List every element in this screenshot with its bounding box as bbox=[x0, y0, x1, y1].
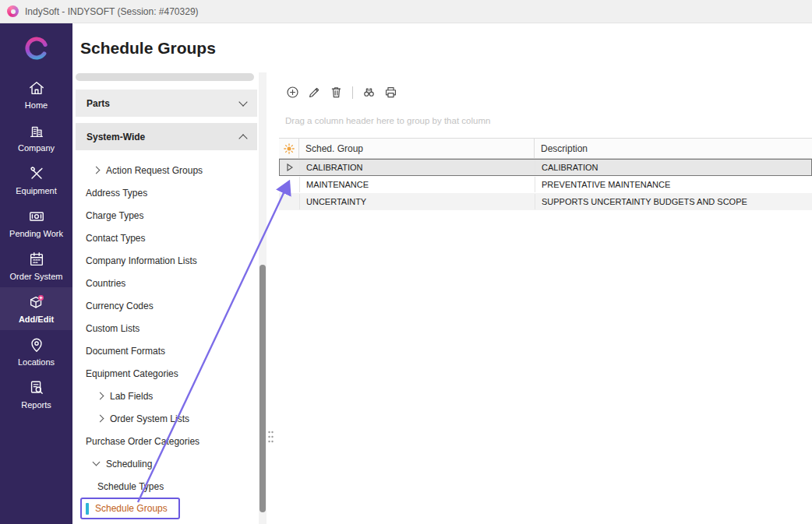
sidebar-item-equipment[interactable]: Equipment bbox=[0, 159, 72, 202]
sidebar-item-label: Add/Edit bbox=[19, 315, 54, 324]
cell-sched-group: MAINTENANCE bbox=[300, 177, 535, 192]
chevron-down-icon bbox=[238, 97, 247, 106]
pending-work-icon bbox=[28, 208, 45, 225]
nav-item-label: Company Information Lists bbox=[86, 255, 197, 266]
sidebar-item-label: Reports bbox=[21, 400, 51, 410]
edit-pencil-icon bbox=[307, 85, 322, 100]
page-title: Schedule Groups bbox=[80, 39, 216, 58]
nav-item-company-information-lists[interactable]: Company Information Lists bbox=[76, 249, 257, 272]
nav-item-label: Document Formats bbox=[86, 346, 165, 357]
add-button[interactable] bbox=[285, 85, 300, 100]
printer-icon bbox=[383, 85, 398, 100]
nav-item-address-types[interactable]: Address Types bbox=[76, 181, 257, 204]
sidebar-item-add-edit[interactable]: Add/Edit bbox=[0, 287, 72, 330]
nav-item-label: Address Types bbox=[86, 188, 147, 199]
nav-item-label: Action Request Groups bbox=[106, 165, 203, 176]
section-label: System-Wide bbox=[86, 132, 145, 142]
company-icon bbox=[28, 122, 45, 139]
table-row-uncertainty[interactable]: UNCERTAINTY SUPPORTS UNCERTAINTY BUDGETS… bbox=[279, 193, 812, 210]
nav-item-document-formats[interactable]: Document Formats bbox=[76, 339, 257, 362]
add-edit-icon bbox=[28, 294, 45, 311]
nav-item-label: Currency Codes bbox=[86, 301, 154, 311]
nav-item-equipment-categories[interactable]: Equipment Categories bbox=[76, 362, 257, 385]
nav-item-charge-types[interactable]: Charge Types bbox=[76, 204, 257, 227]
sidebar-item-company[interactable]: Company bbox=[0, 116, 72, 159]
nav-item-action-request-groups[interactable]: Action Request Groups bbox=[76, 159, 257, 181]
customize-columns-button[interactable] bbox=[279, 139, 299, 158]
cell-sched-group: CALIBRATION bbox=[300, 160, 535, 175]
nav-item-label: Scheduling bbox=[106, 459, 152, 469]
window-title: IndySoft - INDYSOFT (Session: #470329) bbox=[25, 6, 199, 17]
table-header-row: Sched. Group Description bbox=[279, 138, 812, 159]
nav-item-label: Purchase Order Categories bbox=[86, 436, 199, 447]
vertical-scrollbar-thumb[interactable] bbox=[259, 265, 266, 512]
nav-item-purchase-order-categories[interactable]: Purchase Order Categories bbox=[76, 430, 257, 452]
nav-item-contact-types[interactable]: Contact Types bbox=[76, 227, 257, 249]
sidebar-item-reports[interactable]: Reports bbox=[0, 373, 72, 416]
indysoft-logo-icon bbox=[0, 23, 72, 73]
modify-button[interactable] bbox=[307, 85, 322, 100]
nav-item-schedule-types[interactable]: Schedule Types bbox=[76, 475, 257, 498]
sidebar-item-label: Locations bbox=[18, 357, 55, 367]
column-header-sched-group[interactable]: Sched. Group bbox=[299, 139, 535, 158]
row-focus-marker bbox=[280, 177, 300, 192]
order-system-icon bbox=[28, 251, 45, 268]
horizontal-scrollbar[interactable] bbox=[76, 73, 254, 81]
sidebar-item-label: Home bbox=[25, 100, 48, 110]
sidebar-item-label: Pending Work bbox=[9, 229, 63, 238]
grid-toolbar bbox=[285, 85, 812, 100]
find-button[interactable] bbox=[362, 85, 376, 100]
row-focus-marker bbox=[280, 160, 300, 175]
group-by-drop-zone: Drag a column header here to group by th… bbox=[285, 116, 812, 127]
nav-item-currency-codes[interactable]: Currency Codes bbox=[76, 294, 257, 317]
toolbar-separator bbox=[352, 86, 353, 99]
sidebar-item-home[interactable]: Home bbox=[0, 73, 72, 116]
nav-item-label: Custom Lists bbox=[86, 323, 139, 334]
sidebar-item-order-system[interactable]: Order System bbox=[0, 244, 72, 287]
nav-item-scheduling[interactable]: Scheduling bbox=[76, 452, 257, 475]
chevron-right-icon bbox=[97, 392, 104, 400]
section-label: Parts bbox=[86, 98, 110, 109]
locations-icon bbox=[28, 336, 45, 353]
print-button[interactable] bbox=[383, 85, 398, 100]
sidebar: Home Company Equipment Pending Work Ord bbox=[0, 23, 72, 524]
nav-item-custom-lists[interactable]: Custom Lists bbox=[76, 317, 257, 339]
settings-nav-panel: Parts System-Wide Action Request Groups … bbox=[76, 72, 257, 524]
reports-icon bbox=[28, 379, 45, 396]
schedule-groups-content: Drag a column header here to group by th… bbox=[279, 74, 812, 524]
nav-item-label: Charge Types bbox=[86, 210, 144, 221]
nav-item-schedule-groups[interactable]: Schedule Groups bbox=[80, 498, 180, 519]
row-marker-icon bbox=[287, 164, 293, 171]
app-logo-icon bbox=[7, 5, 19, 17]
nav-item-label: Lab Fields bbox=[110, 391, 153, 402]
row-focus-marker bbox=[280, 194, 300, 209]
column-header-description[interactable]: Description bbox=[535, 139, 812, 158]
sidebar-item-pending-work[interactable]: Pending Work bbox=[0, 202, 72, 244]
vertical-scrollbar[interactable] bbox=[259, 72, 267, 524]
cell-sched-group: UNCERTAINTY bbox=[300, 194, 535, 209]
nav-item-order-system-lists[interactable]: Order System Lists bbox=[76, 407, 257, 430]
binoculars-icon bbox=[362, 85, 376, 100]
nav-item-label: Equipment Categories bbox=[86, 368, 178, 379]
sidebar-item-label: Equipment bbox=[16, 186, 57, 195]
chevron-right-icon bbox=[93, 167, 101, 174]
section-system-wide[interactable]: System-Wide bbox=[76, 123, 257, 150]
schedule-groups-grid: Sched. Group Description CALIBRATION CAL… bbox=[279, 138, 812, 210]
chevron-right-icon bbox=[97, 415, 104, 423]
selection-accent-bar bbox=[86, 503, 89, 515]
table-row-maintenance[interactable]: MAINTENANCE PREVENTATIVE MAINTENANCE bbox=[279, 176, 812, 193]
add-icon bbox=[285, 85, 300, 100]
nav-item-lab-fields[interactable]: Lab Fields bbox=[76, 385, 257, 407]
nav-item-countries[interactable]: Countries bbox=[76, 272, 257, 294]
nav-item-label: Schedule Types bbox=[97, 481, 164, 492]
chevron-down-icon bbox=[93, 459, 101, 466]
cell-description: CALIBRATION bbox=[535, 160, 811, 175]
sun-icon bbox=[284, 143, 295, 154]
section-parts[interactable]: Parts bbox=[76, 90, 257, 117]
sidebar-item-locations[interactable]: Locations bbox=[0, 330, 72, 373]
splitter-grip[interactable] bbox=[267, 430, 274, 447]
chevron-up-icon bbox=[238, 134, 247, 142]
table-row-calibration[interactable]: CALIBRATION CALIBRATION bbox=[279, 159, 812, 176]
delete-button[interactable] bbox=[329, 85, 344, 100]
cell-description: PREVENTATIVE MAINTENANCE bbox=[535, 177, 811, 192]
